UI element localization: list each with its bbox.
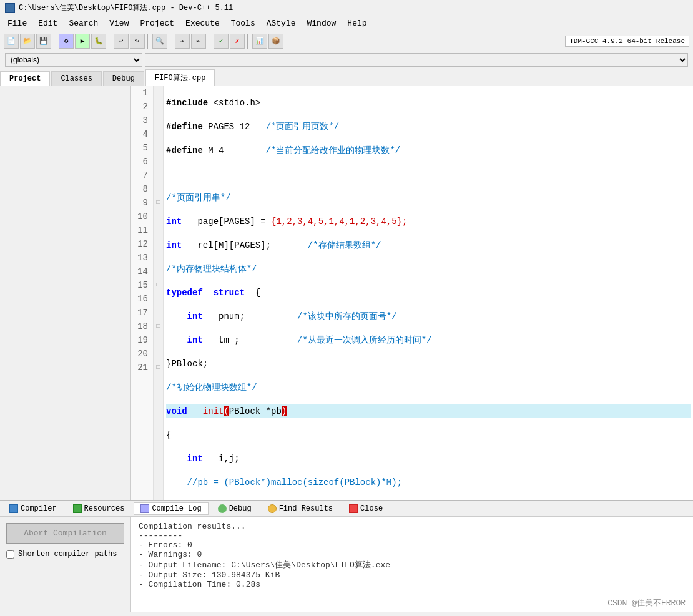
code-line-6: int page[PAGES] = {1,2,3,4,5,1,4,1,2,3,4… (166, 215, 691, 228)
code-line-12: }PBlock; (166, 357, 691, 371)
menu-search[interactable]: Search (64, 17, 103, 29)
tab-debug[interactable]: Debug (103, 71, 144, 86)
code-line-4 (166, 167, 691, 181)
menu-file[interactable]: File (2, 17, 32, 29)
separator-2 (109, 34, 111, 49)
toolbar-compile[interactable]: ⚙ (59, 34, 74, 49)
code-line-15: { (166, 428, 691, 442)
code-line-11: int tm ; /*从最近一次调入所经历的时间*/ (166, 333, 691, 347)
menu-astyle[interactable]: AStyle (262, 17, 301, 29)
output-line-6: - Output Size: 130.984375 KiB (139, 570, 686, 580)
watermark: CSDN @佳美不ERROR (607, 597, 686, 609)
code-line-16: int i,j; (166, 452, 691, 466)
tab-project[interactable]: Project (0, 71, 50, 86)
menu-execute[interactable]: Execute (180, 17, 225, 29)
abort-compilation-button[interactable]: Abort Compilation (6, 523, 124, 544)
bottom-panel: Compiler Resources Compile Log Debug Fin… (0, 500, 693, 612)
separator-3 (147, 34, 150, 49)
toolbar-new[interactable]: 📄 (4, 34, 19, 49)
btab-debug[interactable]: Debug (211, 502, 258, 515)
code-line-7: int rel[M][PAGES]; /*存储结果数组*/ (166, 238, 691, 252)
toolbar-check[interactable]: ✓ (214, 34, 229, 49)
separator-5 (209, 34, 211, 49)
toolbar-undo[interactable]: ↩ (114, 34, 129, 49)
code-line-17: //pb = (PBlock*)malloc(sizeof(PBlock)*M)… (166, 476, 691, 489)
btab-close[interactable]: Close (342, 502, 390, 515)
bottom-tabs: Compiler Resources Compile Log Debug Fin… (0, 501, 693, 517)
output-line-7: - Compilation Time: 0.28s (139, 580, 686, 589)
line-numbers: 12345 678910 1112131415 1617181920 21 (131, 86, 154, 500)
code-line-2: #define PAGES 12 /*页面引用页数*/ (166, 120, 691, 134)
code-line-13: /*初始化物理块数组*/ (166, 381, 691, 394)
fold-indicators: □ □ □ □ (154, 86, 164, 500)
code-line-18: for (i=0;i<M;i++){ (166, 499, 691, 500)
find-icon (268, 504, 277, 513)
log-icon (140, 504, 149, 513)
toolbar-open[interactable]: 📂 (20, 34, 35, 49)
separator-6 (247, 34, 250, 49)
toolbar-stop[interactable]: ✗ (230, 34, 245, 49)
btab-compiler[interactable]: Compiler (2, 502, 64, 515)
code-line-10: int pnum; /*该块中所存的页面号*/ (166, 310, 691, 323)
code-line-14: void init(PBlock *pb) (166, 404, 691, 418)
toolbar-package[interactable]: 📦 (268, 34, 283, 49)
menu-window[interactable]: Window (302, 17, 342, 29)
main-layout: 12345 678910 1112131415 1617181920 21 □ … (0, 86, 693, 500)
output-line-5: - Output Filename: C:\Users\佳美\Desktop\F… (139, 559, 686, 570)
compiler-icon (9, 504, 18, 513)
shorten-paths-control: Shorten compiler paths (6, 550, 124, 559)
toolbar-debug[interactable]: 🐛 (91, 34, 106, 49)
tab-bar: Project Classes Debug FIFO算法.cpp (0, 69, 693, 86)
tab-file[interactable]: FIFO算法.cpp (145, 69, 215, 86)
output-line-4: - Warnings: 0 (139, 550, 686, 559)
menu-view[interactable]: View (104, 17, 134, 29)
toolbar-save[interactable]: 💾 (36, 34, 51, 49)
globals-select-left[interactable]: (globals) (5, 53, 142, 67)
globals-select-right[interactable] (145, 53, 688, 67)
globals-bar: (globals) (0, 51, 693, 69)
compiler-label: TDM-GCC 4.9.2 64-bit Release (565, 36, 689, 47)
btab-find-results[interactable]: Find Results (261, 502, 340, 515)
toolbar-indent[interactable]: ⇥ (175, 34, 190, 49)
title-bar: C:\Users\佳美\Desktop\FIFO算法.cpp - Dev-C++… (0, 0, 693, 16)
menu-project[interactable]: Project (135, 17, 179, 29)
tab-classes[interactable]: Classes (51, 71, 101, 86)
left-panel (0, 86, 131, 500)
menu-tools[interactable]: Tools (226, 17, 260, 29)
code-line-8: /*内存物理块结构体*/ (166, 262, 691, 276)
separator-1 (54, 34, 56, 49)
window-title: C:\Users\佳美\Desktop\FIFO算法.cpp - Dev-C++… (19, 2, 233, 13)
code-line-5: /*页面引用串*/ (166, 191, 691, 205)
shorten-paths-checkbox[interactable] (6, 550, 14, 559)
toolbar-profile[interactable]: 📊 (252, 34, 267, 49)
code-line-3: #define M 4 /*当前分配给改作业的物理块数*/ (166, 144, 691, 157)
shorten-paths-label[interactable]: Shorten compiler paths (18, 550, 117, 559)
debug-icon (218, 504, 227, 513)
toolbar-unindent[interactable]: ⇤ (191, 34, 206, 49)
toolbar-search[interactable]: 🔍 (152, 34, 167, 49)
menu-bar: File Edit Search View Project Execute To… (0, 16, 693, 31)
app-icon (5, 3, 15, 13)
close-icon (349, 504, 358, 513)
toolbar-run[interactable]: ▶ (75, 34, 90, 49)
bottom-content: Abort Compilation Shorten compiler paths… (0, 517, 693, 612)
output-line-3: - Errors: 0 (139, 540, 686, 550)
output-line-1: Compilation results... (139, 522, 686, 531)
menu-help[interactable]: Help (342, 17, 371, 29)
code-line-1: #include <stdio.h> (166, 96, 691, 110)
code-editor[interactable]: 12345 678910 1112131415 1617181920 21 □ … (131, 86, 693, 500)
btab-compile-log[interactable]: Compile Log (134, 502, 208, 515)
code-line-9: typedef struct { (166, 286, 691, 300)
code-content[interactable]: #include <stdio.h> #define PAGES 12 /*页面… (164, 86, 693, 500)
toolbar-redo[interactable]: ↪ (130, 34, 145, 49)
btab-resources[interactable]: Resources (66, 502, 132, 515)
toolbar: 📄 📂 💾 ⚙ ▶ 🐛 ↩ ↪ 🔍 ⇥ ⇤ ✓ ✗ 📊 📦 TDM-GCC 4.… (0, 31, 693, 51)
menu-edit[interactable]: Edit (33, 17, 62, 29)
output-line-2: --------- (139, 531, 686, 540)
separator-4 (170, 34, 172, 49)
left-controls: Abort Compilation Shorten compiler paths (0, 517, 131, 612)
resources-icon (73, 504, 82, 513)
